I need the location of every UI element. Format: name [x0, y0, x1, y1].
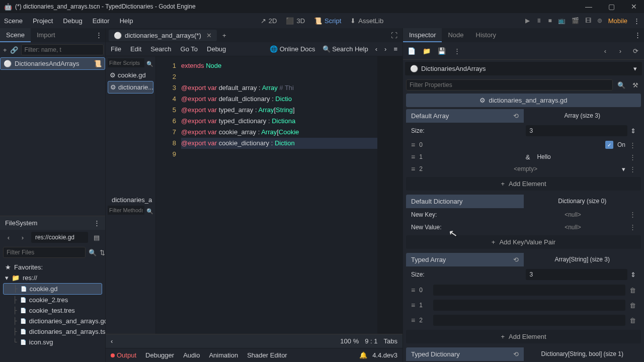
- minimize-button[interactable]: —: [582, 2, 595, 12]
- add-element-button[interactable]: +Add Element: [406, 177, 641, 191]
- script-menu-goto[interactable]: Go To: [181, 45, 198, 53]
- tab-node[interactable]: Node: [442, 28, 469, 42]
- remote-debug-icon[interactable]: 📺: [558, 17, 566, 24]
- script-menu-file[interactable]: File: [111, 45, 121, 53]
- code-minimap[interactable]: [377, 56, 403, 334]
- script-menu-debug[interactable]: Debug: [207, 45, 226, 53]
- script-nav-left-icon[interactable]: ‹: [111, 337, 113, 345]
- fs-favorites[interactable]: ★ Favorites:: [3, 262, 102, 273]
- play-custom-button[interactable]: 🎞: [585, 17, 591, 24]
- dock-output[interactable]: Output: [111, 351, 136, 359]
- tab-inspector[interactable]: Inspector: [403, 28, 442, 42]
- fs-search-icon[interactable]: 🔍: [89, 247, 97, 258]
- tab-import[interactable]: Import: [31, 28, 61, 42]
- revert-icon[interactable]: ⟲: [513, 112, 519, 120]
- filter-scripts-input[interactable]: [108, 58, 144, 67]
- movie-mode-button[interactable]: ⊚: [597, 17, 602, 24]
- fs-split-icon[interactable]: ▤: [91, 232, 102, 243]
- delete-icon[interactable]: 🗑: [629, 287, 636, 294]
- methods-search-icon[interactable]: 🔍: [146, 208, 153, 215]
- drag-handle-icon[interactable]: ≡: [411, 301, 415, 309]
- delete-icon[interactable]: 🗑: [629, 302, 636, 309]
- drag-handle-icon[interactable]: ≡: [411, 316, 415, 324]
- insp-more-icon[interactable]: ⋮: [451, 45, 462, 56]
- delete-icon[interactable]: 🗑: [629, 317, 636, 324]
- new-tab-button[interactable]: +: [219, 30, 230, 41]
- array-type-label[interactable]: Array (size 3): [524, 109, 641, 123]
- script-menu-edit[interactable]: Edit: [130, 45, 141, 53]
- fs-back-button[interactable]: ‹: [3, 232, 14, 243]
- maximize-button[interactable]: ▢: [605, 2, 618, 12]
- scene-filter-input[interactable]: [21, 44, 104, 55]
- string-item-input-0[interactable]: [433, 285, 625, 296]
- script-header[interactable]: dictionaries_and_arrays.gd: [406, 94, 641, 107]
- item-menu-icon[interactable]: ⋮: [629, 153, 636, 161]
- insp-tools-icon[interactable]: ⚒: [630, 79, 641, 90]
- outline-tab[interactable]: dictionaries_a: [112, 196, 152, 204]
- dock-animation[interactable]: Animation: [209, 351, 238, 359]
- insp-new-icon[interactable]: 📄: [406, 45, 417, 56]
- play-scene-button[interactable]: 🎬: [572, 17, 579, 24]
- prop-typed-dict-header[interactable]: Typed Dictionary ⟲: [406, 347, 524, 361]
- menu-help[interactable]: Help: [120, 17, 133, 25]
- new-value-value[interactable]: <null>: [520, 224, 625, 231]
- dict-type-label[interactable]: Dictionary (size 0): [524, 195, 641, 208]
- drag-handle-icon[interactable]: ≡: [411, 165, 415, 173]
- item-menu-icon[interactable]: ⋮: [629, 211, 636, 218]
- workspace-assetlib[interactable]: ⬇ AssetLib: [350, 17, 383, 25]
- chevron-down-icon[interactable]: ▾: [622, 165, 625, 173]
- item-menu-icon[interactable]: ⋮: [629, 165, 636, 173]
- fs-sort-icon[interactable]: ⇅: [100, 247, 105, 258]
- insp-save-icon[interactable]: 💾: [436, 45, 447, 56]
- renderer-dropdown-icon[interactable]: ⋮: [633, 17, 640, 25]
- fs-file-item[interactable]: ├📄dictionaries_and_arrays.gd: [3, 316, 102, 326]
- nav-forward-icon[interactable]: ›: [384, 45, 386, 53]
- inspector-node-selector[interactable]: ⚪ DictionariesAndArrays ▾: [405, 62, 642, 75]
- add-element-button[interactable]: +Add Element: [406, 330, 641, 343]
- item-menu-icon[interactable]: ⋮: [629, 223, 636, 231]
- workspace-script[interactable]: 📜 Script: [314, 17, 341, 25]
- insp-reload-icon[interactable]: ⟳: [630, 45, 641, 56]
- string-item-input-2[interactable]: [433, 315, 625, 326]
- menu-scene[interactable]: Scene: [4, 17, 23, 25]
- menu-editor[interactable]: Editor: [93, 17, 110, 25]
- menu-project[interactable]: Project: [33, 17, 53, 25]
- script-file-tab[interactable]: ⚪ dictionaries_and_arrays(*) ✕: [109, 30, 217, 41]
- dock-audio[interactable]: Audio: [183, 351, 200, 359]
- tab-scene[interactable]: Scene: [0, 28, 31, 42]
- revert-icon[interactable]: ⟲: [513, 256, 519, 263]
- drag-handle-icon[interactable]: ≡: [411, 141, 415, 149]
- fs-file-item[interactable]: └📄icon.svg: [3, 337, 102, 347]
- insp-search-icon[interactable]: 🔍: [616, 79, 627, 90]
- item-menu-icon[interactable]: ⋮: [629, 141, 636, 149]
- script-list-item[interactable]: ⚙dictionarie...: [108, 81, 153, 94]
- inspector-filter-input[interactable]: [406, 79, 613, 90]
- indent-mode[interactable]: Tabs: [384, 337, 397, 345]
- filter-methods-input[interactable]: [108, 206, 144, 215]
- dock-shader[interactable]: Shader Editor: [247, 351, 287, 359]
- online-docs-button[interactable]: 🌐 Online Docs: [270, 45, 315, 53]
- fs-file-item[interactable]: ├📄cookie.gd: [3, 283, 102, 295]
- tab-history[interactable]: History: [470, 28, 502, 42]
- link-node-button[interactable]: 🔗: [10, 44, 18, 55]
- nav-back-icon[interactable]: ‹: [375, 45, 377, 53]
- fs-path-display[interactable]: res://cookie.gd: [31, 232, 88, 243]
- fs-root-folder[interactable]: ▾ 📁 res://: [3, 273, 102, 283]
- new-key-value[interactable]: <null>: [520, 211, 625, 218]
- renderer-selector[interactable]: Mobile: [608, 17, 627, 25]
- expand-view-icon[interactable]: ⛶: [388, 30, 399, 41]
- drag-handle-icon[interactable]: ≡: [411, 286, 415, 294]
- checkbox-on[interactable]: ✓: [605, 141, 613, 149]
- script-settings-icon[interactable]: ≡: [393, 45, 397, 53]
- insp-fwd-icon[interactable]: ›: [615, 45, 626, 56]
- dock-debugger[interactable]: Debugger: [145, 351, 174, 359]
- fs-file-item[interactable]: ├📄cookie_test.tres: [3, 305, 102, 316]
- prop-typed-array-header[interactable]: Typed Array ⟲: [406, 253, 524, 266]
- typed-array-label[interactable]: Array[String] (size 3): [524, 253, 641, 266]
- revert-icon[interactable]: ⟲: [513, 350, 519, 358]
- stepper-icon[interactable]: ⇕: [630, 127, 636, 135]
- typed-dict-label[interactable]: Dictionary[String, bool] (size 1): [524, 347, 641, 361]
- menu-debug[interactable]: Debug: [63, 17, 82, 25]
- workspace-3d[interactable]: ⬛ 3D: [286, 17, 305, 25]
- stop-button[interactable]: ■: [548, 17, 551, 24]
